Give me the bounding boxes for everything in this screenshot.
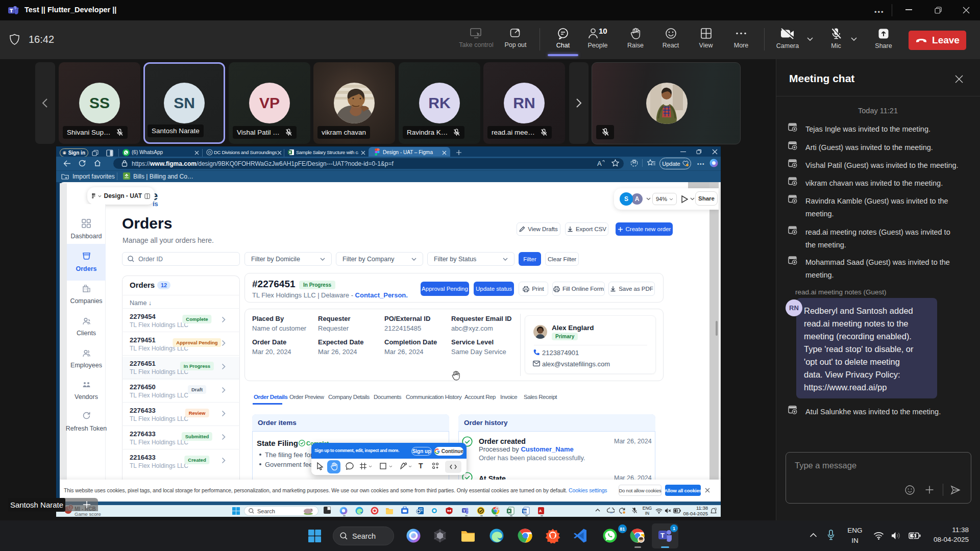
svg-text:10: 10: [599, 28, 607, 35]
svg-text:A: A: [539, 509, 542, 513]
svg-text:T: T: [660, 532, 665, 539]
svg-text:1: 1: [673, 526, 675, 531]
svg-text:T: T: [463, 509, 465, 513]
svg-text:A: A: [597, 160, 602, 167]
svg-text:81: 81: [620, 527, 625, 532]
svg-text:W: W: [523, 509, 528, 514]
